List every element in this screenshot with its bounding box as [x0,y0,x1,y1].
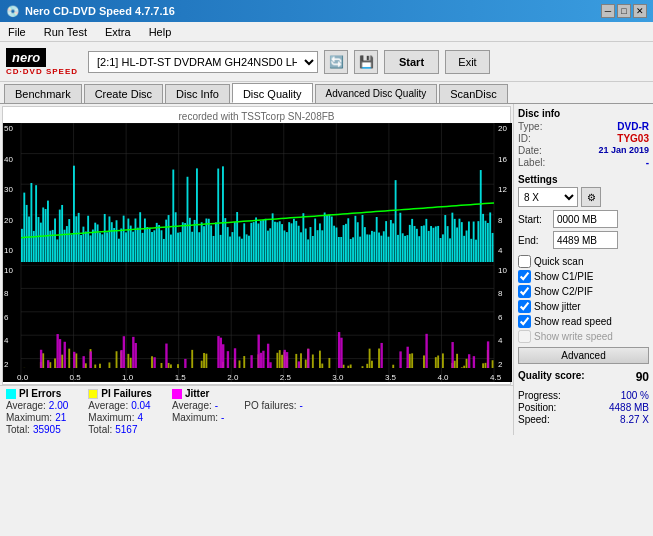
tab-scan-disc[interactable]: ScanDisc [439,84,507,103]
id-value: TYG03 [617,133,649,144]
drive-select[interactable]: [2:1] HL-DT-ST DVDRAM GH24NSD0 LH00 [88,51,318,73]
menu-file[interactable]: File [4,25,30,39]
menu-extra[interactable]: Extra [101,25,135,39]
save-icon-btn[interactable]: 💾 [354,50,378,74]
start-label: Start: [518,214,550,225]
minimize-button[interactable]: ─ [601,4,615,18]
end-input[interactable] [553,231,618,249]
tab-disc-quality[interactable]: Disc Quality [232,83,313,103]
quality-score-value: 90 [636,370,649,384]
nero-logo: nero [6,48,46,67]
type-value: DVD-R [617,121,649,132]
start-input[interactable] [553,210,618,228]
position-label: Position: [518,402,556,413]
po-failures-stat: PO failures: - [244,400,303,433]
checkboxes-section: Quick scan Show C1/PIE Show C2/PIF Show … [518,255,649,364]
settings-icon-btn[interactable]: ⚙ [581,187,601,207]
window-title: Nero CD-DVD Speed 4.7.7.16 [25,5,175,17]
menu-runtest[interactable]: Run Test [40,25,91,39]
show-read-speed-checkbox[interactable] [518,315,531,328]
menu-help[interactable]: Help [145,25,176,39]
toolbar: nero CD·DVD SPEED [2:1] HL-DT-ST DVDRAM … [0,42,653,82]
disc-info-title: Disc info [518,108,649,119]
type-label: Type: [518,121,542,132]
settings-section: Settings 8 X Max 4 X ⚙ Start: End: [518,174,649,249]
sidebar: Disc info Type: DVD-R ID: TYG03 Date: 21… [513,104,653,435]
bottom-chart-canvas [3,265,512,382]
disc-label-value: - [646,157,649,168]
close-button[interactable]: ✕ [633,4,647,18]
refresh-icon-btn[interactable]: 🔄 [324,50,348,74]
show-c1pie-checkbox[interactable] [518,270,531,283]
maximize-button[interactable]: □ [617,4,631,18]
nero-sub-logo: CD·DVD SPEED [6,67,78,76]
title-bar: 💿 Nero CD-DVD Speed 4.7.7.16 ─ □ ✕ [0,0,653,22]
chart-title: recorded with TSSTcorp SN-208FB [3,109,510,124]
date-label: Date: [518,145,542,156]
disc-label-label: Label: [518,157,545,168]
show-c2pif-label: Show C2/PIF [534,286,593,297]
advanced-button[interactable]: Advanced [518,347,649,364]
tab-create-disc[interactable]: Create Disc [84,84,163,103]
start-button[interactable]: Start [384,50,439,74]
stats-bar: PI Errors Average: 2.00 Maximum: 21 Tota… [0,385,513,435]
progress-section: Progress: 100 % Position: 4488 MB Speed:… [518,390,649,425]
exit-button[interactable]: Exit [445,50,490,74]
tab-disc-info[interactable]: Disc Info [165,84,230,103]
pi-errors-stat: PI Errors Average: 2.00 Maximum: 21 Tota… [6,388,68,433]
quality-score-section: Quality score: 90 [518,370,649,384]
quick-scan-checkbox[interactable] [518,255,531,268]
top-chart-canvas [3,123,512,276]
id-label: ID: [518,133,531,144]
date-value: 21 Jan 2019 [598,145,649,156]
show-read-speed-label: Show read speed [534,316,612,327]
show-c1pie-label: Show C1/PIE [534,271,593,282]
show-c2pif-checkbox[interactable] [518,285,531,298]
speed-result-label: Speed: [518,414,550,425]
tab-advanced-disc-quality[interactable]: Advanced Disc Quality [315,84,438,103]
jitter-stat: Jitter Average: - Maximum: - [172,388,224,433]
speed-select[interactable]: 8 X Max 4 X [518,187,578,207]
left-panel: recorded with TSSTcorp SN-208FB PI Error… [0,104,513,435]
main-content: recorded with TSSTcorp SN-208FB PI Error… [0,104,653,435]
show-write-speed-label: Show write speed [534,331,613,342]
progress-value: 100 % [621,390,649,401]
app-icon: 💿 [6,5,20,18]
pi-failures-stat: PI Failures Average: 0.04 Maximum: 4 Tot… [88,388,152,433]
tabs-bar: Benchmark Create Disc Disc Info Disc Qua… [0,82,653,104]
nero-logo-container: nero CD·DVD SPEED [6,48,78,76]
quality-score-label: Quality score: [518,370,585,384]
position-value: 4488 MB [609,402,649,413]
settings-title: Settings [518,174,649,185]
show-jitter-label: Show jitter [534,301,581,312]
show-jitter-checkbox[interactable] [518,300,531,313]
progress-label: Progress: [518,390,561,401]
menubar: File Run Test Extra Help [0,22,653,42]
speed-result-value: 8.27 X [620,414,649,425]
end-label: End: [518,235,550,246]
quick-scan-label: Quick scan [534,256,583,267]
show-write-speed-checkbox[interactable] [518,330,531,343]
disc-info-section: Disc info Type: DVD-R ID: TYG03 Date: 21… [518,108,649,168]
tab-benchmark[interactable]: Benchmark [4,84,82,103]
